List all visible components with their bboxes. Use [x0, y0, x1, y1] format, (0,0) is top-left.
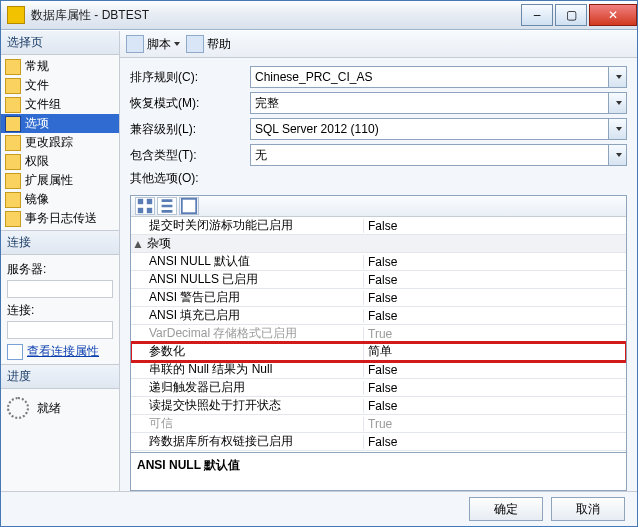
compat-label: 兼容级别(L):: [130, 121, 250, 138]
progress-body: 就绪: [1, 389, 119, 427]
grid-row[interactable]: 跨数据库所有权链接已启用False: [131, 433, 626, 451]
prop-name: ANSI NULLS 已启用: [131, 271, 363, 288]
script-button[interactable]: 脚本: [126, 35, 180, 53]
prop-value[interactable]: False: [363, 219, 626, 233]
prop-value[interactable]: True: [363, 327, 626, 341]
prop-value[interactable]: False: [363, 363, 626, 377]
categorized-button[interactable]: [135, 197, 155, 215]
grid-row[interactable]: VarDecimal 存储格式已启用True: [131, 325, 626, 343]
grid-row[interactable]: 可信True: [131, 415, 626, 433]
prop-value[interactable]: False: [363, 435, 626, 449]
prop-name: VarDecimal 存储格式已启用: [131, 325, 363, 342]
page-icon: [5, 97, 21, 113]
left-pane: 选择页 常规 文件 文件组 选项 更改跟踪 权限 扩展属性 镜像 事务日志传送 …: [1, 31, 120, 491]
page-icon: [5, 135, 21, 151]
property-grid-wrap: 提交时关闭游标功能已启用False▲杂项ANSI NULL 默认值FalseAN…: [130, 195, 627, 491]
page-icon: [5, 78, 21, 94]
view-connection-link[interactable]: 查看连接属性: [7, 343, 113, 360]
grid-row[interactable]: ANSI 警告已启用False: [131, 289, 626, 307]
collapse-icon[interactable]: ▲: [131, 237, 145, 251]
property-grid-toolbar: [131, 196, 626, 217]
prop-value[interactable]: True: [363, 417, 626, 431]
nav-filegroups[interactable]: 文件组: [1, 95, 119, 114]
grid-row[interactable]: 参数化简单: [131, 343, 626, 361]
grid-row[interactable]: ANSI NULLS 已启用False: [131, 271, 626, 289]
titlebar[interactable]: 数据库属性 - DBTEST – ▢ ✕: [1, 1, 637, 30]
nav-mirroring[interactable]: 镜像: [1, 190, 119, 209]
chevron-down-icon[interactable]: [608, 145, 626, 165]
other-options-label: 其他选项(O):: [130, 170, 250, 187]
close-button[interactable]: ✕: [589, 4, 637, 26]
maximize-button[interactable]: ▢: [555, 4, 587, 26]
grid-row[interactable]: ANSI 填充已启用False: [131, 307, 626, 325]
right-toolbar: 脚本 帮助: [120, 31, 637, 58]
page-nav-list: 常规 文件 文件组 选项 更改跟踪 权限 扩展属性 镜像 事务日志传送: [1, 55, 119, 230]
prop-value[interactable]: False: [363, 255, 626, 269]
grid-row[interactable]: 串联的 Null 结果为 NullFalse: [131, 361, 626, 379]
prop-name: 串联的 Null 结果为 Null: [131, 361, 363, 378]
help-button[interactable]: 帮助: [186, 35, 231, 53]
prop-value[interactable]: False: [363, 309, 626, 323]
grid-category[interactable]: ▲杂项: [131, 235, 626, 253]
nav-general[interactable]: 常规: [1, 57, 119, 76]
progress-spinner-icon: [7, 397, 29, 419]
chevron-down-icon[interactable]: [608, 67, 626, 87]
grid-row[interactable]: 提交时关闭游标功能已启用False: [131, 217, 626, 235]
page-icon: [5, 173, 21, 189]
properties-button[interactable]: [179, 197, 199, 215]
nav-extended[interactable]: 扩展属性: [1, 171, 119, 190]
grid-row[interactable]: ANSI NULL 默认值False: [131, 253, 626, 271]
property-grid[interactable]: 提交时关闭游标功能已启用False▲杂项ANSI NULL 默认值FalseAN…: [131, 217, 626, 452]
chevron-down-icon[interactable]: [608, 93, 626, 113]
prop-value[interactable]: 简单: [363, 343, 626, 360]
connection-header: 连接: [1, 231, 119, 255]
window-title: 数据库属性 - DBTEST: [31, 7, 519, 24]
chevron-down-icon: [174, 42, 180, 46]
prop-name: 提交时关闭游标功能已启用: [131, 217, 363, 234]
alphabetical-button[interactable]: [157, 197, 177, 215]
prop-value[interactable]: False: [363, 291, 626, 305]
select-page-header: 选择页: [1, 31, 119, 55]
server-label: 服务器:: [7, 261, 113, 278]
prop-name: 读提交快照处于打开状态: [131, 397, 363, 414]
cancel-button[interactable]: 取消: [551, 497, 625, 521]
right-pane: 脚本 帮助 排序规则(C): Chinese_PRC_CI_AS 恢复模式(M)…: [120, 31, 637, 491]
recovery-select[interactable]: 完整: [250, 92, 627, 114]
page-icon: [5, 154, 21, 170]
ok-button[interactable]: 确定: [469, 497, 543, 521]
options-form: 排序规则(C): Chinese_PRC_CI_AS 恢复模式(M): 完整 兼…: [120, 58, 637, 191]
collation-label: 排序规则(C):: [130, 69, 250, 86]
prop-name: ANSI 填充已启用: [131, 307, 363, 324]
database-icon: [7, 6, 25, 24]
nav-options[interactable]: 选项: [1, 114, 119, 133]
prop-value[interactable]: False: [363, 381, 626, 395]
prop-name: 参数化: [131, 343, 363, 360]
page-icon: [5, 116, 21, 132]
conn-value: [7, 321, 113, 339]
window-buttons: – ▢ ✕: [519, 4, 637, 26]
chevron-down-icon[interactable]: [608, 119, 626, 139]
dialog-footer: 确定 取消: [1, 491, 637, 526]
recovery-label: 恢复模式(M):: [130, 95, 250, 112]
nav-changetracking[interactable]: 更改跟踪: [1, 133, 119, 152]
page-icon: [5, 59, 21, 75]
collation-select[interactable]: Chinese_PRC_CI_AS: [250, 66, 627, 88]
nav-logshipping[interactable]: 事务日志传送: [1, 209, 119, 228]
script-icon: [126, 35, 144, 53]
grid-row[interactable]: 读提交快照处于打开状态False: [131, 397, 626, 415]
dialog-window: 数据库属性 - DBTEST – ▢ ✕ 选择页 常规 文件 文件组 选项 更改…: [0, 0, 638, 527]
containment-label: 包含类型(T):: [130, 147, 250, 164]
minimize-button[interactable]: –: [521, 4, 553, 26]
svg-rect-2: [138, 208, 143, 213]
nav-files[interactable]: 文件: [1, 76, 119, 95]
page-icon: [5, 211, 21, 227]
nav-permissions[interactable]: 权限: [1, 152, 119, 171]
containment-select[interactable]: 无: [250, 144, 627, 166]
link-icon: [7, 344, 23, 360]
grid-row[interactable]: 递归触发器已启用False: [131, 379, 626, 397]
compat-select[interactable]: SQL Server 2012 (110): [250, 118, 627, 140]
prop-name: 递归触发器已启用: [131, 379, 363, 396]
prop-value[interactable]: False: [363, 399, 626, 413]
prop-value[interactable]: False: [363, 273, 626, 287]
help-icon: [186, 35, 204, 53]
